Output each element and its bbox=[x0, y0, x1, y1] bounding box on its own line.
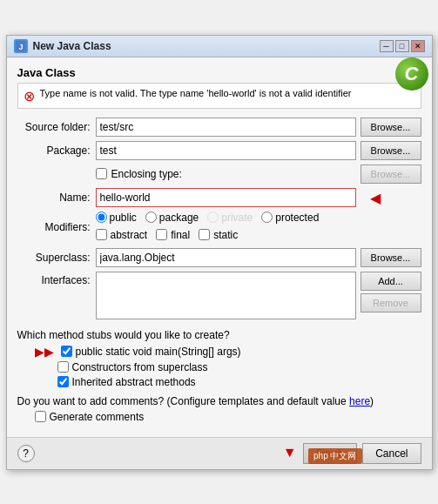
modifier-protected-label: protected bbox=[275, 212, 319, 224]
superclass-label: Superclass: bbox=[17, 252, 96, 264]
generate-comments-checkbox-row: Generate comments bbox=[17, 411, 421, 423]
modifier-public-label: public bbox=[110, 212, 137, 224]
name-arrow-indicator: ◀ bbox=[370, 189, 381, 205]
stubs-section: Which method stubs would you like to cre… bbox=[17, 329, 421, 388]
enclosing-type-label: Enclosing type: bbox=[111, 168, 182, 180]
enclosing-type-row: Enclosing type: Browse... bbox=[17, 165, 421, 184]
window-icon: J bbox=[14, 39, 28, 53]
minimize-button[interactable]: ─ bbox=[380, 40, 394, 52]
configure-link[interactable]: here bbox=[349, 395, 370, 407]
modifiers-row: Modifiers: public package private bbox=[17, 212, 421, 244]
maximize-button[interactable]: □ bbox=[395, 40, 409, 52]
watermark: php 中文网 bbox=[308, 448, 361, 464]
interfaces-textarea[interactable] bbox=[96, 272, 356, 319]
modifier-package-radio[interactable]: package bbox=[145, 212, 199, 224]
interfaces-label: Interfaces: bbox=[17, 272, 96, 286]
superclass-row: Superclass: Browse... bbox=[17, 248, 421, 267]
modifiers-label: Modifiers: bbox=[17, 221, 96, 233]
enclosing-browse-button[interactable]: Browse... bbox=[361, 165, 421, 184]
stub-inherited-checkbox-row: Inherited abstract methods bbox=[35, 376, 421, 388]
interfaces-row: Interfaces: Add... Remove bbox=[17, 272, 421, 322]
stub-constructors-label: Constructors from superclass bbox=[72, 361, 208, 373]
window-title: New Java Class bbox=[33, 40, 111, 52]
title-controls: ─ □ ✕ bbox=[380, 40, 425, 52]
stub-inherited-label: Inherited abstract methods bbox=[72, 376, 196, 388]
name-input[interactable] bbox=[96, 188, 356, 207]
modifier-public-radio[interactable]: public bbox=[96, 212, 137, 224]
error-icon: ⊗ bbox=[24, 88, 35, 104]
footer: ? Finish Cancel bbox=[7, 437, 432, 469]
package-label: Package: bbox=[17, 144, 96, 157]
stub-inherited-checkbox[interactable] bbox=[57, 376, 69, 387]
svg-text:J: J bbox=[18, 43, 23, 51]
interfaces-add-button[interactable]: Add... bbox=[361, 272, 421, 291]
superclass-browse-button[interactable]: Browse... bbox=[361, 248, 421, 267]
error-banner: ⊗ Type name is not valid. The type name … bbox=[17, 83, 421, 109]
modifier-static-checkbox[interactable]: static bbox=[199, 229, 238, 241]
modifier-protected-radio[interactable]: protected bbox=[261, 212, 319, 224]
comments-section: Do you want to add comments? (Configure … bbox=[17, 395, 421, 423]
stub-main-label: public static void main(String[] args) bbox=[76, 346, 241, 358]
enclosing-type-checkbox[interactable] bbox=[96, 168, 107, 179]
app-logo: C bbox=[395, 57, 428, 91]
name-row: Name: ◀ bbox=[17, 188, 421, 207]
modifier-abstract-checkbox[interactable]: abstract bbox=[96, 229, 148, 241]
stub-main-checkbox-row: ▶▶ public static void main(String[] args… bbox=[35, 345, 421, 359]
generate-comments-label: Generate comments bbox=[50, 411, 145, 423]
modifier-package-label: package bbox=[159, 212, 199, 224]
modifier-private-radio[interactable]: private bbox=[207, 212, 253, 224]
modifier-final-checkbox[interactable]: final bbox=[156, 229, 190, 241]
modifier-final-label: final bbox=[171, 229, 190, 241]
stub-constructors-checkbox-row: Constructors from superclass bbox=[35, 361, 421, 373]
interfaces-remove-button[interactable]: Remove bbox=[361, 293, 421, 312]
source-folder-input[interactable] bbox=[96, 118, 356, 137]
cancel-button[interactable]: Cancel bbox=[362, 443, 421, 464]
source-folder-browse-button[interactable]: Browse... bbox=[361, 118, 421, 137]
section-title: Java Class bbox=[17, 66, 421, 79]
close-button[interactable]: ✕ bbox=[411, 40, 425, 52]
stub-constructors-checkbox[interactable] bbox=[57, 361, 69, 373]
package-input[interactable] bbox=[96, 141, 356, 160]
stub-arrow-indicator: ▶▶ bbox=[35, 345, 54, 359]
title-bar: J New Java Class ─ □ ✕ bbox=[7, 36, 432, 57]
generate-comments-checkbox[interactable] bbox=[35, 411, 46, 422]
package-row: Package: Browse... bbox=[17, 141, 421, 160]
stubs-question: Which method stubs would you like to cre… bbox=[17, 329, 421, 341]
superclass-input[interactable] bbox=[96, 248, 356, 267]
error-message: Type name is not valid. The type name 'h… bbox=[40, 87, 352, 100]
source-folder-row: Source folder: Browse... bbox=[17, 118, 421, 137]
stub-main-checkbox[interactable] bbox=[61, 346, 72, 357]
help-button[interactable]: ? bbox=[17, 445, 35, 462]
package-browse-button[interactable]: Browse... bbox=[361, 141, 421, 160]
modifier-abstract-label: abstract bbox=[111, 229, 148, 241]
comments-question: Do you want to add comments? (Configure … bbox=[17, 395, 421, 407]
modifier-private-label: private bbox=[221, 212, 253, 224]
modifier-static-label: static bbox=[213, 229, 238, 241]
source-folder-label: Source folder: bbox=[17, 121, 96, 133]
name-label: Name: bbox=[17, 192, 96, 204]
